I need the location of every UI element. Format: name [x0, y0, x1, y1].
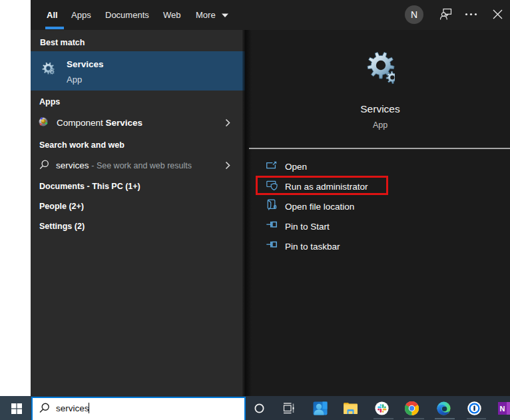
svg-text:N: N [500, 405, 505, 413]
